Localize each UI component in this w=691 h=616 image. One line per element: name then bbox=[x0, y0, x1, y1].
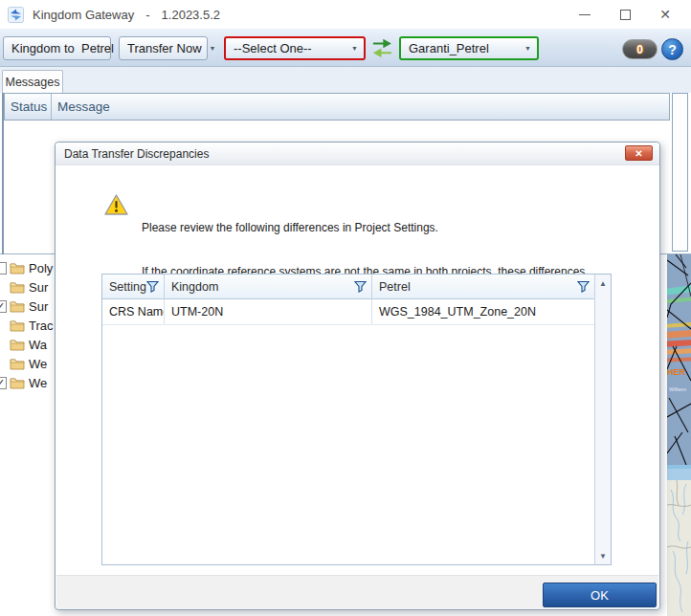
table-row[interactable]: CRS Name UTM-20N WGS_1984_UTM_Zone_20N bbox=[102, 299, 594, 325]
discrepancy-table-header: Setting Kingdom Petrel bbox=[102, 275, 594, 299]
close-icon: ✕ bbox=[659, 8, 671, 21]
map-label-willem: Willem bbox=[669, 386, 686, 392]
minimize-icon bbox=[579, 14, 591, 15]
target-project-dropdown[interactable]: Garanti_Petrel ▼ bbox=[399, 36, 539, 60]
folder-icon bbox=[10, 300, 25, 313]
data-transfer-discrepancies-dialog: Data Transfer Discrepancies ✕ Please rev… bbox=[55, 142, 660, 610]
window-title: Kingdom Gateway bbox=[33, 8, 134, 22]
column-header-setting[interactable]: Setting bbox=[102, 275, 165, 298]
dialog-footer: OK bbox=[56, 575, 658, 609]
tree-item-trac[interactable]: Trac bbox=[0, 316, 55, 335]
notification-count-badge[interactable]: 0 bbox=[622, 39, 658, 59]
project-tree-panel: Poly Sur ✓ Sur Trac Wa We ✓ bbox=[0, 254, 55, 407]
dialog-title: Data Transfer Discrepancies bbox=[64, 147, 209, 161]
maximize-icon bbox=[620, 10, 631, 20]
dialog-close-button[interactable]: ✕ bbox=[625, 145, 653, 161]
transfer-direction-value: Kingdom to Petrel bbox=[11, 41, 114, 55]
map-label-her: HER bbox=[667, 367, 686, 377]
map-image: HER Willem bbox=[667, 254, 691, 616]
swap-arrows-icon bbox=[371, 38, 394, 59]
checkbox-unchecked[interactable] bbox=[0, 262, 7, 275]
checkbox-checked[interactable]: ✓ bbox=[0, 300, 7, 313]
filter-icon[interactable] bbox=[577, 280, 590, 293]
column-header-petrel[interactable]: Petrel bbox=[372, 275, 594, 298]
ok-button[interactable]: OK bbox=[543, 583, 657, 607]
app-icon bbox=[8, 7, 24, 23]
maximize-button[interactable] bbox=[605, 1, 645, 28]
map-view: HER Willem bbox=[667, 254, 691, 616]
tree-item-sur2[interactable]: ✓ Sur bbox=[0, 297, 55, 316]
tree-item-label: We bbox=[29, 357, 47, 371]
dialog-message-line: Please review the following differences … bbox=[142, 221, 585, 235]
tab-messages[interactable]: Messages bbox=[2, 70, 63, 93]
folder-icon bbox=[10, 262, 25, 275]
tree-item-label: We bbox=[29, 376, 47, 390]
column-header-label: Setting bbox=[109, 280, 146, 294]
tree-item-wa[interactable]: Wa bbox=[0, 335, 55, 354]
column-header-message[interactable]: Message bbox=[52, 94, 110, 120]
scroll-up-icon[interactable]: ▲ bbox=[595, 275, 611, 291]
filter-icon[interactable] bbox=[146, 280, 159, 293]
folder-icon bbox=[10, 319, 25, 332]
filter-icon[interactable] bbox=[354, 280, 367, 293]
folder-icon bbox=[10, 339, 25, 351]
message-grid-header: Status Message bbox=[4, 93, 670, 121]
message-grid-scrollbar[interactable] bbox=[672, 93, 688, 252]
cell-setting: CRS Name bbox=[102, 299, 165, 324]
chevron-down-icon: ▼ bbox=[351, 45, 358, 52]
transfer-direction-dropdown[interactable]: Kingdom to Petrel ▼ bbox=[3, 36, 111, 60]
chevron-down-icon: ▼ bbox=[524, 45, 531, 52]
tree-item-we2[interactable]: ✓ We bbox=[0, 373, 55, 392]
column-header-label: Petrel bbox=[379, 280, 577, 294]
folder-icon bbox=[10, 358, 25, 370]
target-project-value: Garanti_Petrel bbox=[409, 41, 517, 55]
tree-item-label: Sur bbox=[29, 280, 48, 295]
folder-icon bbox=[10, 377, 25, 389]
tree-item-label: Wa bbox=[29, 338, 47, 352]
screen: Kingdom Gateway - 1.2023.5.2 ✕ Kingdom t… bbox=[0, 0, 691, 616]
window-controls: ✕ bbox=[565, 0, 685, 29]
scroll-down-icon[interactable]: ▼ bbox=[595, 548, 611, 563]
checkbox-checked[interactable]: ✓ bbox=[0, 377, 7, 389]
source-selection-value: --Select One-- bbox=[234, 41, 344, 55]
minimize-button[interactable] bbox=[565, 1, 605, 28]
transfer-action-value: Transfer Now bbox=[127, 41, 202, 55]
tab-strip: Messages bbox=[0, 67, 691, 93]
warning-icon bbox=[104, 194, 128, 215]
column-header-label: Kingdom bbox=[171, 280, 354, 294]
tree-item-label: Sur bbox=[29, 299, 48, 314]
chevron-down-icon: ▼ bbox=[210, 45, 216, 52]
tree-item-we1[interactable]: We bbox=[0, 354, 55, 373]
window-version: 1.2023.5.2 bbox=[162, 8, 220, 22]
source-selection-dropdown[interactable]: --Select One-- ▼ bbox=[224, 36, 366, 60]
transfer-action-dropdown[interactable]: Transfer Now ▼ bbox=[119, 36, 208, 60]
title-bar: Kingdom Gateway - 1.2023.5.2 ✕ bbox=[0, 0, 691, 29]
tree-item-label: Trac bbox=[29, 319, 54, 333]
tree-item-label: Poly bbox=[29, 261, 53, 275]
dialog-title-bar: Data Transfer Discrepancies bbox=[56, 143, 659, 165]
column-header-kingdom[interactable]: Kingdom bbox=[165, 275, 372, 298]
discrepancy-table: Setting Kingdom Petrel CRS Name UTM-20N … bbox=[101, 274, 612, 565]
column-header-status[interactable]: Status bbox=[5, 94, 52, 120]
table-scrollbar[interactable]: ▲ ▼ bbox=[594, 275, 611, 564]
toolbar: Kingdom to Petrel ▼ Transfer Now ▼ --Sel… bbox=[0, 29, 691, 67]
cell-kingdom: UTM-20N bbox=[165, 299, 372, 324]
window-title-separator: - bbox=[145, 8, 149, 22]
tree-item-sur1[interactable]: Sur bbox=[0, 277, 55, 297]
close-button[interactable]: ✕ bbox=[645, 1, 685, 28]
tree-item-poly[interactable]: Poly bbox=[0, 258, 55, 277]
folder-icon bbox=[10, 281, 25, 294]
help-button[interactable]: ? bbox=[661, 38, 683, 60]
cell-petrel: WGS_1984_UTM_Zone_20N bbox=[372, 299, 594, 324]
